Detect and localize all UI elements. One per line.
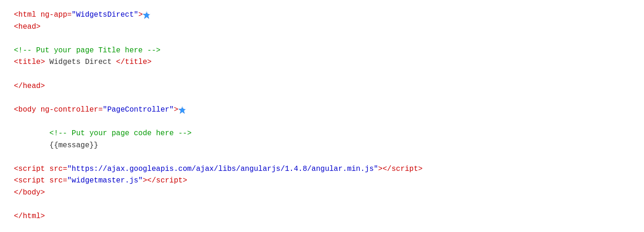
code-line: <html ng-app="WidgetsDirect"> — [14, 9, 630, 21]
code-line: </body> — [14, 187, 630, 199]
code-line — [14, 33, 630, 45]
cursor-star-icon — [142, 10, 151, 22]
code-token-plain — [14, 141, 50, 150]
code-token-tag-bracket: </ — [14, 212, 23, 220]
code-token-attr-value: "https://ajax.googleapis.com/ajax/libs/a… — [67, 165, 378, 173]
code-editor: <html ng-app="WidgetsDirect"> <head> <!-… — [14, 9, 630, 223]
code-token-comment: <!-- Put your page Title here --> — [14, 46, 161, 55]
code-token-tag-bracket: </ — [14, 82, 23, 90]
code-line — [14, 151, 630, 163]
code-token-tag-bracket: > — [36, 23, 41, 31]
code-token-attr-value: "PageController" — [103, 106, 174, 114]
code-token-tag-bracket: < — [14, 23, 19, 31]
code-token-tag-name: script — [19, 176, 45, 185]
code-line — [14, 69, 630, 81]
code-token-tag-bracket: > — [41, 188, 45, 197]
code-line: <title> Widgets Direct </title> — [14, 56, 630, 69]
cursor-star-icon — [178, 105, 186, 117]
code-token-tag-name: html — [19, 11, 36, 19]
code-token-tag-bracket: < — [14, 176, 19, 185]
code-line — [14, 92, 630, 104]
code-token-tag-bracket: > — [183, 176, 187, 185]
code-line — [14, 116, 630, 128]
code-line: <head> — [14, 21, 630, 33]
code-token-plain — [45, 176, 50, 185]
code-token-tag-bracket: > — [41, 212, 45, 220]
code-token-tag-bracket: = — [98, 106, 103, 114]
code-token-tag-bracket: = — [63, 176, 68, 185]
code-token-plain — [36, 11, 41, 19]
code-token-mustache: {{message}} — [50, 141, 99, 150]
code-token-tag-bracket: < — [14, 165, 19, 173]
code-token-plain — [14, 129, 50, 138]
code-line: <body ng-controller="PageController"> — [14, 104, 630, 116]
code-token-attr-value: "widgetmaster.js" — [67, 176, 142, 185]
code-line: {{message}} — [14, 140, 630, 152]
code-token-tag-name: script — [19, 165, 45, 173]
code-line — [14, 199, 630, 211]
code-token-tag-name: title — [19, 58, 41, 66]
code-token-tag-bracket: = — [67, 11, 72, 19]
code-token-comment: <!-- Put your page code here --> — [50, 129, 192, 138]
code-token-plain: Widgets Direct — [45, 58, 116, 66]
code-token-tag-bracket: > — [418, 165, 423, 173]
code-token-tag-bracket: > — [174, 106, 179, 114]
code-token-tag-bracket: > — [138, 11, 143, 19]
code-token-tag-bracket: ></ — [378, 165, 391, 173]
code-token-attr-name: ng-app — [41, 11, 68, 19]
code-token-tag-name: title — [125, 58, 147, 66]
code-token-tag-bracket: > — [147, 58, 152, 66]
code-token-tag-bracket: > — [41, 82, 45, 90]
code-token-tag-name: script — [391, 165, 418, 173]
code-line: <script src="https://ajax.googleapis.com… — [14, 163, 630, 176]
code-token-tag-name: html — [23, 212, 40, 220]
code-line: <script src="widgetmaster.js"></script> — [14, 175, 630, 187]
code-token-tag-name: head — [19, 23, 36, 31]
code-token-tag-bracket: < — [14, 58, 19, 66]
code-token-plain — [45, 165, 50, 173]
code-token-tag-name: script — [156, 176, 183, 185]
code-line: <!-- Put your page code here --> — [14, 128, 630, 140]
code-token-tag-bracket: > — [41, 58, 45, 66]
code-token-tag-name: body — [19, 106, 36, 114]
code-line: </html> — [14, 211, 630, 223]
code-token-tag-name: body — [23, 188, 40, 197]
code-token-plain — [36, 106, 41, 114]
code-token-tag-bracket: </ — [116, 58, 125, 66]
code-token-tag-bracket: </ — [14, 188, 23, 197]
code-token-tag-bracket: ></ — [142, 176, 156, 185]
code-token-tag-bracket: = — [63, 165, 68, 173]
code-line: <!-- Put your page Title here --> — [14, 45, 630, 57]
code-token-tag-bracket: < — [14, 11, 19, 19]
code-token-tag-bracket: < — [14, 106, 19, 114]
code-token-attr-name: src — [50, 176, 63, 185]
code-token-attr-name: ng-controller — [41, 106, 99, 114]
code-token-attr-value: "WidgetsDirect" — [72, 11, 138, 19]
code-token-attr-name: src — [50, 165, 63, 173]
code-token-tag-name: head — [23, 82, 40, 90]
code-line: </head> — [14, 81, 630, 93]
